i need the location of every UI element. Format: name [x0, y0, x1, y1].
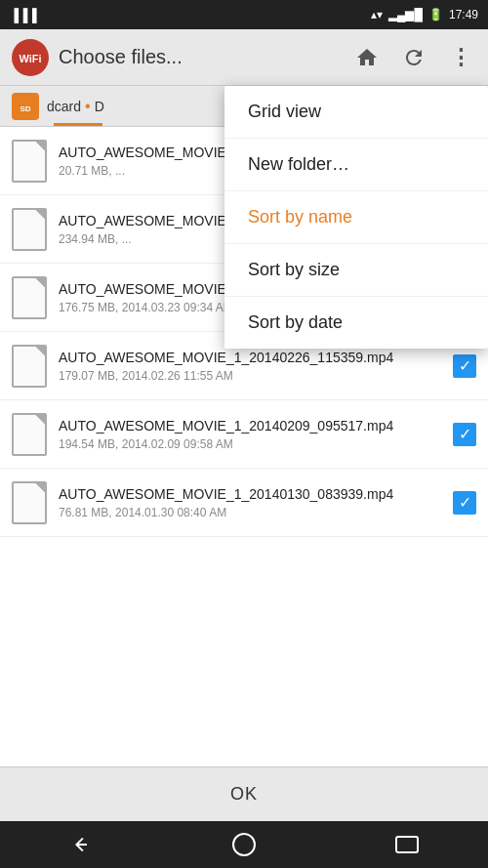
svg-rect-5 — [396, 837, 418, 852]
clock: 17:49 — [449, 8, 478, 21]
tab-underline — [54, 123, 102, 126]
file-type-icon — [12, 140, 47, 183]
breadcrumb-dot: • — [85, 98, 91, 115]
home-nav-button[interactable] — [215, 825, 273, 864]
file-name: AUTO_AWESOME_MOVIE_1_20140226_115359.mp4 — [59, 349, 441, 366]
file-type-icon — [12, 481, 47, 524]
svg-text:WiFi: WiFi — [19, 53, 41, 64]
svg-text:SD: SD — [20, 104, 30, 113]
file-info: AUTO_AWESOME_MOVIE_1_20140130_083939.mp4… — [59, 485, 441, 518]
ok-bar: OK — [0, 766, 488, 821]
file-item[interactable]: AUTO_AWESOME_MOVIE_1_20140130_083939.mp4… — [0, 469, 488, 537]
status-bar-left: ▐▐▐ — [10, 8, 37, 22]
status-bar: ▐▐▐ ▴▾ ▂▄▆█ 🔋 17:49 — [0, 0, 488, 29]
dropdown-menu: Grid viewNew folder…Sort by nameSort by … — [224, 86, 488, 349]
refresh-button[interactable] — [398, 42, 429, 73]
home-button[interactable] — [351, 42, 383, 73]
file-type-icon — [12, 413, 47, 456]
file-item[interactable]: AUTO_AWESOME_MOVIE_1_20140209_095517.mp4… — [0, 400, 488, 469]
app-bar-actions: ⋮ — [351, 42, 476, 73]
app-bar: WiFi Choose files... ⋮ — [0, 29, 488, 86]
file-type-icon — [12, 345, 47, 388]
file-meta: 76.81 MB, 2014.01.30 08:40 AM — [59, 506, 441, 519]
signal-icon: ▂▄▆█ — [388, 8, 423, 21]
back-button[interactable] — [52, 825, 110, 864]
app-title: Choose files... — [59, 46, 342, 68]
notification-icons: ▐▐▐ — [10, 8, 37, 22]
file-meta: 179.07 MB, 2014.02.26 11:55 AM — [59, 369, 441, 383]
file-checkbox[interactable]: ✓ — [453, 423, 476, 446]
app-logo: WiFi — [12, 39, 49, 76]
wifi-icon: ▴▾ — [371, 8, 383, 21]
file-type-icon — [12, 208, 47, 251]
file-info: AUTO_AWESOME_MOVIE_1_20140209_095517.mp4… — [59, 417, 441, 450]
status-bar-right: ▴▾ ▂▄▆█ 🔋 17:49 — [371, 8, 478, 21]
dropdown-item-sort-date[interactable]: Sort by date — [224, 297, 488, 349]
breadcrumb-subfolder[interactable]: D — [95, 99, 104, 114]
battery-icon: 🔋 — [428, 8, 443, 21]
breadcrumb-icon: SD — [12, 93, 39, 120]
bottom-nav — [0, 821, 488, 868]
file-type-icon — [12, 276, 47, 319]
dropdown-item-grid-view[interactable]: Grid view — [224, 86, 488, 139]
dropdown-item-new-folder[interactable]: New folder… — [224, 139, 488, 191]
dropdown-item-sort-name[interactable]: Sort by name — [224, 191, 488, 244]
more-options-button[interactable]: ⋮ — [445, 42, 476, 73]
breadcrumb-text: dcard • D — [47, 98, 104, 115]
breadcrumb-sdcard[interactable]: dcard — [47, 99, 81, 114]
file-info: AUTO_AWESOME_MOVIE_1_20140226_115359.mp4… — [59, 349, 441, 382]
file-name: AUTO_AWESOME_MOVIE_1_20140209_095517.mp4 — [59, 417, 441, 434]
svg-point-4 — [233, 834, 255, 855]
dropdown-item-sort-size[interactable]: Sort by size — [224, 244, 488, 297]
file-name: AUTO_AWESOME_MOVIE_1_20140130_083939.mp4 — [59, 485, 441, 503]
file-meta: 194.54 MB, 2014.02.09 09:58 AM — [59, 437, 441, 451]
file-checkbox[interactable]: ✓ — [453, 491, 476, 515]
recents-button[interactable] — [378, 825, 436, 864]
ok-button[interactable]: OK — [191, 776, 297, 812]
file-checkbox[interactable]: ✓ — [453, 354, 476, 378]
